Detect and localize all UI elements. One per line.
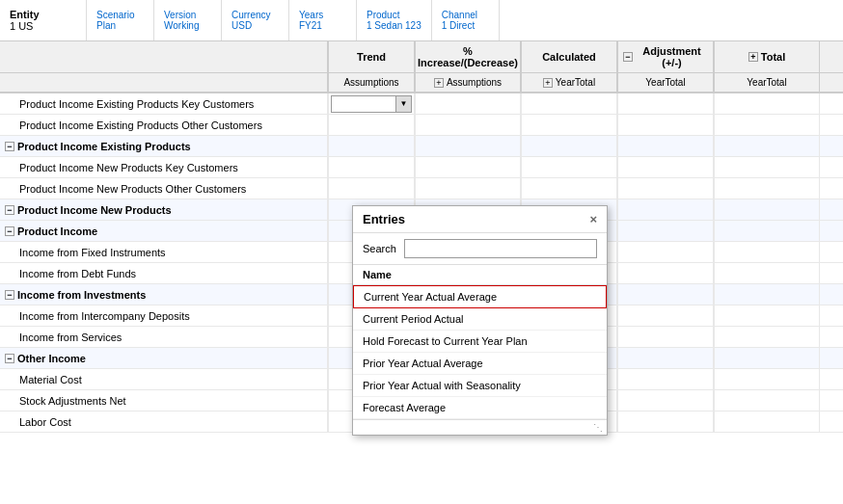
row-expand-icon[interactable]: − <box>5 354 14 363</box>
adj-cell <box>617 178 714 199</box>
nav-entity-value: 1 US <box>10 20 76 32</box>
header-row2-yeartotal1: + YearTotal <box>521 73 617 92</box>
nav-currency[interactable]: Currency USD <box>222 0 289 40</box>
popup-col-header: Name <box>353 265 607 285</box>
total-cell <box>714 242 820 262</box>
adj-cell <box>617 115 714 135</box>
total-cell <box>714 284 820 305</box>
nav-version[interactable]: Version Working <box>154 0 222 40</box>
popup-search-input[interactable] <box>404 239 597 258</box>
row-expand-icon[interactable]: − <box>5 290 14 300</box>
pct-cell <box>415 115 521 135</box>
header-row2-assumptions1: Assumptions <box>328 73 415 92</box>
nav-channel-label: Channel <box>442 10 489 20</box>
header-row1: Trend % Increase/(Decrease) Calculated −… <box>0 41 843 73</box>
header-trend: Trend <box>328 41 415 72</box>
nav-scenario-label: Scenario <box>96 10 144 20</box>
pct-expand-icon[interactable]: + <box>434 78 444 88</box>
popup-close-button[interactable]: × <box>589 212 597 226</box>
table-row: Product Income New Products Other Custom… <box>0 178 843 199</box>
adj-cell <box>617 199 714 220</box>
header-total: + Total <box>714 41 820 72</box>
total-cell <box>714 115 820 135</box>
table-row: Product Income Existing Products Other C… <box>0 115 843 136</box>
row-label: Product Income New Products Other Custom… <box>0 178 328 199</box>
row-expand-icon[interactable]: − <box>5 226 14 236</box>
calc-expand-icon[interactable]: + <box>543 78 553 88</box>
row-label: Labor Cost <box>0 411 328 432</box>
row-expand-icon[interactable]: − <box>5 205 14 215</box>
adj-collapse-icon[interactable]: − <box>623 52 633 62</box>
row-label: Product Income Existing Products Key Cus… <box>0 93 328 114</box>
row-label: Stock Adjustments Net <box>0 390 328 411</box>
row-label: Material Cost <box>0 369 328 389</box>
trend-cell <box>328 136 415 156</box>
nav-product[interactable]: Product 1 Sedan 123 <box>357 0 432 40</box>
table-row: Product Income New Products Key Customer… <box>0 157 843 178</box>
row-label: Income from Services <box>0 327 328 347</box>
calc-cell <box>521 115 617 135</box>
row-label: −Product Income Existing Products <box>0 136 328 156</box>
popup-resize-handle[interactable]: ⋱ <box>353 419 607 435</box>
header-row2-yeartotal3: YearTotal <box>714 73 820 92</box>
calc-cell <box>521 93 617 114</box>
popup-list-item[interactable]: Current Period Actual <box>353 308 607 331</box>
nav-version-label: Version <box>164 10 211 20</box>
calc-cell <box>521 136 617 156</box>
popup-list-item[interactable]: Forecast Average <box>353 397 607 419</box>
total-cell <box>714 136 820 156</box>
top-navigation: Entity 1 US Scenario Plan Version Workin… <box>0 0 843 41</box>
popup-list-item[interactable]: Prior Year Actual with Seasonality <box>353 375 607 397</box>
popup-list-item[interactable]: Prior Year Actual Average <box>353 353 607 375</box>
header-adjustment: − Adjustment (+/-) <box>617 41 714 72</box>
nav-entity[interactable]: Entity 1 US <box>0 0 87 40</box>
total-cell <box>714 93 820 114</box>
header-row2-yeartotal2: YearTotal <box>617 73 714 92</box>
nav-currency-value: USD <box>231 20 279 31</box>
total-collapse-icon[interactable]: + <box>748 52 758 62</box>
total-cell <box>714 199 820 220</box>
table-row: −Product Income Existing Products <box>0 136 843 157</box>
resize-icon: ⋱ <box>593 422 603 433</box>
popup-list-item[interactable]: Hold Forecast to Current Year Plan <box>353 331 607 353</box>
nav-entity-label: Entity <box>10 9 76 20</box>
row-label: Income from Fixed Instruments <box>0 242 328 262</box>
nav-product-value: 1 Sedan 123 <box>367 20 422 31</box>
total-cell <box>714 411 820 432</box>
adj-cell <box>617 136 714 156</box>
nav-channel[interactable]: Channel 1 Direct <box>432 0 500 40</box>
row-label: Income from Intercompany Deposits <box>0 305 328 326</box>
total-cell <box>714 390 820 411</box>
trend-dropdown-input[interactable] <box>331 95 396 113</box>
table-header: Trend % Increase/(Decrease) Calculated −… <box>0 41 843 93</box>
row-label: −Income from Investments <box>0 284 328 305</box>
popup-search-row: Search <box>353 233 607 265</box>
calc-cell <box>521 178 617 199</box>
total-cell <box>714 263 820 283</box>
pct-cell <box>415 178 521 199</box>
nav-scenario[interactable]: Scenario Plan <box>87 0 154 40</box>
popup-list-item[interactable]: Current Year Actual Average <box>353 285 607 308</box>
nav-years-label: Years <box>299 10 346 20</box>
adj-cell <box>617 327 714 347</box>
popup-header: Entries × <box>353 206 607 233</box>
nav-currency-label: Currency <box>231 10 279 20</box>
pct-cell <box>415 93 521 114</box>
popup-list: Current Year Actual AverageCurrent Perio… <box>353 285 607 419</box>
adj-cell <box>617 390 714 411</box>
adj-cell <box>617 157 714 177</box>
adj-cell <box>617 348 714 368</box>
nav-years[interactable]: Years FY21 <box>289 0 357 40</box>
nav-version-value: Working <box>164 20 211 31</box>
row-label: Product Income Existing Products Other C… <box>0 115 328 135</box>
nav-product-label: Product <box>367 10 422 20</box>
trend-cell: ▼ <box>328 93 415 114</box>
total-cell <box>714 327 820 347</box>
adj-cell <box>617 369 714 389</box>
row-expand-icon[interactable]: − <box>5 142 14 151</box>
dropdown-arrow-icon[interactable]: ▼ <box>396 95 412 113</box>
header-empty <box>0 41 328 72</box>
row-label: Product Income New Products Key Customer… <box>0 157 328 177</box>
trend-dropdown[interactable]: ▼ <box>331 95 412 113</box>
pct-cell <box>415 136 521 156</box>
